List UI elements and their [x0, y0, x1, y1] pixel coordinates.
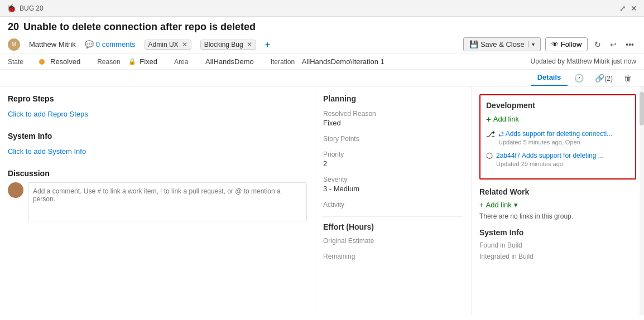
dev-item-0-text[interactable]: ⇄ Adds support for deleting connecti...	[498, 129, 612, 139]
reason-field: Reason 🔒 Fixed	[97, 57, 157, 66]
save-dropdown-arrow[interactable]: ▾	[528, 41, 535, 47]
sys-info-section: System Info Found in Build Integrated in…	[479, 228, 636, 260]
tab-history[interactable]: 🕐	[570, 70, 588, 86]
save-close-button[interactable]: 💾 Save & Close ▾	[463, 37, 541, 51]
development-title: Development	[486, 101, 629, 110]
dev-item-1-text[interactable]: 2ab44f7 Adds support for deleting ...	[496, 151, 604, 161]
author-name: Matthew Mitrik	[29, 40, 76, 49]
area-label: Area	[174, 58, 202, 66]
scrollbar[interactable]	[640, 86, 644, 315]
related-add-link-button[interactable]: + Add link ▾	[479, 201, 636, 209]
integrated-in-build-label: Integrated in Build	[479, 253, 636, 260]
tag-blocking-bug: Blocking Bug ✕	[200, 40, 256, 50]
follow-label: Follow	[561, 40, 582, 49]
severity-field: Severity 3 - Medium	[323, 176, 463, 193]
title-bar: 🐞 BUG 20 ⤢ ✕	[0, 0, 644, 17]
dev-item-1-icon: ⬡	[486, 151, 493, 167]
dev-add-link-button[interactable]: + Add link	[486, 114, 629, 124]
tab-delete[interactable]: 🗑	[619, 70, 636, 86]
undo-button[interactable]: ↩	[608, 38, 619, 51]
scrollbar-thumb[interactable]	[640, 92, 644, 125]
severity-value[interactable]: 3 - Medium	[323, 185, 463, 193]
save-icon: 💾	[469, 40, 478, 49]
effort-section: Effort (Hours) Original Estimate Remaini…	[323, 222, 463, 260]
refresh-button[interactable]: ↻	[592, 38, 603, 51]
comment-link[interactable]: 💬 0 comments	[85, 40, 136, 49]
work-item-title-text: Unable to delete connection after repo i…	[23, 21, 256, 33]
dev-add-link-icon: +	[486, 114, 491, 124]
story-points-field: Story Points	[323, 135, 463, 143]
close-icon[interactable]: ✕	[631, 4, 637, 13]
state-field: State Resolved	[8, 57, 80, 66]
state-value[interactable]: Resolved	[50, 57, 80, 66]
related-add-label: Add link	[486, 201, 512, 209]
middle-panel: Planning Resolved Reason Fixed Story Poi…	[315, 86, 472, 315]
discussion-section: Discussion	[8, 169, 307, 221]
discussion-title: Discussion	[8, 169, 307, 178]
tab-links-count: (2)	[604, 75, 613, 83]
work-item-title: 20 Unable to delete connection after rep…	[8, 21, 636, 33]
bug-icon: 🐞	[7, 4, 16, 13]
discussion-avatar	[8, 182, 23, 198]
effort-divider	[323, 216, 463, 217]
follow-button[interactable]: 👁 Follow	[545, 37, 588, 51]
dev-add-link-label: Add link	[493, 115, 519, 123]
iteration-value[interactable]: AllHandsDemo\Iteration 1	[302, 57, 385, 66]
system-info-add[interactable]: Click to add System Info	[8, 145, 307, 158]
related-work-title: Related Work	[479, 187, 636, 196]
remove-tag-blocking-bug[interactable]: ✕	[247, 41, 252, 49]
state-label: State	[8, 58, 36, 66]
resolved-reason-value[interactable]: Fixed	[323, 119, 463, 127]
priority-value[interactable]: 2	[323, 159, 463, 168]
severity-label: Severity	[323, 176, 463, 183]
dev-item-1-sub: Updated 29 minutes ago	[496, 161, 604, 167]
activity-label: Activity	[323, 201, 463, 209]
comment-icon: 💬	[85, 40, 94, 49]
planning-title: Planning	[323, 94, 463, 103]
dev-item-0-content: ⇄ Adds support for deleting connecti... …	[498, 129, 612, 146]
content-area: Repro Steps Click to add Repro Steps Sys…	[0, 86, 644, 315]
original-estimate-label: Original Estimate	[323, 237, 463, 245]
development-section: Development + Add link ⎇ ⇄ Adds support …	[479, 94, 636, 180]
header-actions: 💾 Save & Close ▾ 👁 Follow ↻ ↩ •••	[463, 37, 636, 51]
expand-icon[interactable]: ⤢	[619, 4, 626, 13]
more-options-button[interactable]: •••	[623, 38, 636, 51]
work-item-number: 20	[8, 21, 19, 33]
discussion-input-row	[8, 182, 307, 221]
area-value[interactable]: AllHandsDemo	[205, 57, 254, 66]
related-work-section: Related Work + Add link ▾ There are no l…	[479, 187, 636, 220]
dev-item-0-sub: Updated 5 minutes ago, Open	[498, 139, 612, 146]
repro-steps-title: Repro Steps	[8, 94, 307, 103]
related-add-dropdown[interactable]: ▾	[514, 201, 518, 209]
priority-field: Priority 2	[323, 151, 463, 168]
fields-row: State Resolved Reason 🔒 Fixed Area AllHa…	[0, 54, 644, 70]
sys-info-title: System Info	[479, 228, 636, 237]
tabs-row: Details 🕐 🔗(2) 🗑	[0, 70, 644, 86]
discussion-textarea[interactable]	[28, 182, 307, 221]
reason-value[interactable]: Fixed	[140, 57, 157, 66]
found-in-build-label: Found in Build	[479, 241, 636, 249]
main-header: 20 Unable to delete connection after rep…	[0, 17, 644, 54]
title-bar-label: BUG 20	[20, 4, 44, 12]
iteration-label: Iteration	[271, 58, 299, 66]
tag-admin-ux: Admin UX ✕	[145, 40, 191, 50]
tab-details[interactable]: Details	[531, 70, 568, 86]
remaining-field: Remaining	[323, 253, 463, 260]
tag-label-blocking-bug: Blocking Bug	[204, 41, 243, 49]
repro-steps-add[interactable]: Click to add Repro Steps	[8, 108, 307, 120]
avatar: M	[8, 38, 20, 51]
dev-item-0-icon: ⎇	[486, 129, 495, 146]
area-field: Area AllHandsDemo	[174, 57, 254, 66]
left-panel: Repro Steps Click to add Repro Steps Sys…	[0, 86, 315, 315]
remove-tag-admin-ux[interactable]: ✕	[182, 41, 188, 49]
follow-eye-icon: 👁	[551, 40, 559, 49]
state-dot	[39, 59, 45, 65]
add-tag-button[interactable]: +	[265, 40, 270, 50]
priority-label: Priority	[323, 151, 463, 158]
tab-links[interactable]: 🔗(2)	[590, 70, 617, 86]
resolved-reason-field: Resolved Reason Fixed	[323, 110, 463, 127]
found-in-build-field: Found in Build	[479, 241, 636, 249]
remaining-label: Remaining	[323, 253, 463, 260]
dev-item-1: ⬡ 2ab44f7 Adds support for deleting ... …	[486, 151, 629, 167]
original-estimate-field: Original Estimate	[323, 237, 463, 245]
